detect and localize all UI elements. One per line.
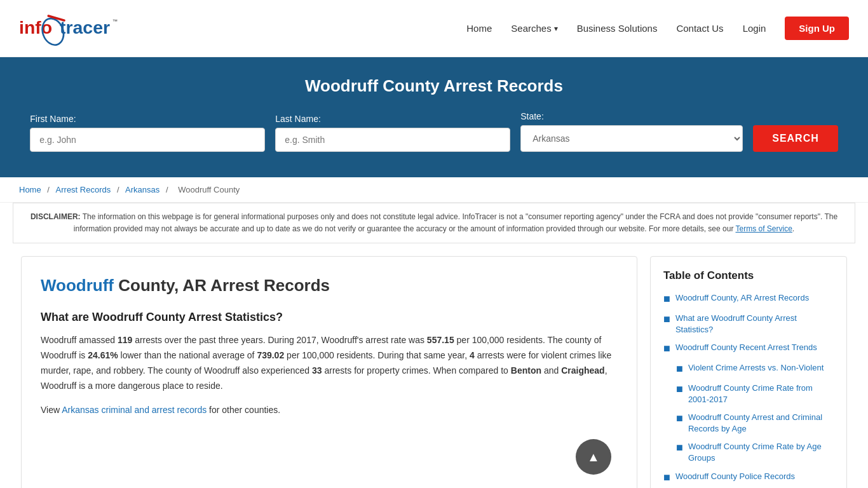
article-paragraph-1: Woodruff amassed 119 arrests over the pa… bbox=[41, 333, 618, 393]
rate2: 739.02 bbox=[257, 350, 284, 360]
arkansas-records-link[interactable]: Arkansas criminal and arrest records bbox=[62, 405, 207, 415]
p1h: and bbox=[541, 365, 561, 376]
disclaimer-bold: DISCLAIMER: bbox=[31, 212, 81, 221]
breadcrumb: Home / Arrest Records / Arkansas / Woodr… bbox=[0, 177, 868, 203]
logo[interactable]: info tracer ™ bbox=[19, 10, 121, 48]
toc-link-2[interactable]: Woodruff County Recent Arrest Trends bbox=[675, 342, 817, 353]
state-group: State: Arkansas bbox=[520, 111, 743, 152]
sidebar: Table of Contents ■Woodruff County, AR A… bbox=[650, 256, 847, 488]
view-link-paragraph: View Arkansas criminal and arrest record… bbox=[41, 403, 618, 418]
toc-link-1[interactable]: What are Woodruff County Arrest Statisti… bbox=[675, 313, 834, 336]
city2: Craighead bbox=[561, 365, 604, 376]
violent-count: 4 bbox=[470, 350, 475, 360]
arrests-count: 119 bbox=[118, 335, 132, 345]
signup-button[interactable]: Sign Up bbox=[785, 17, 849, 40]
toc-bullet: ■ bbox=[663, 313, 670, 327]
toc-item: ■Woodruff County Crime Rate from 2001-20… bbox=[663, 383, 834, 405]
main-layout: Woodruff County, AR Arrest Records What … bbox=[8, 243, 860, 488]
toc-list: ■Woodruff County, AR Arrest Records■What… bbox=[663, 292, 834, 488]
toc-item: ■Woodruff County Crime Rate by Age Group… bbox=[663, 441, 834, 464]
nav-home[interactable]: Home bbox=[466, 23, 492, 34]
toc-item: ■Woodruff County Police Records bbox=[663, 471, 834, 485]
state-label: State: bbox=[520, 111, 544, 121]
view-text: View bbox=[41, 405, 62, 415]
toc-bullet: ■ bbox=[676, 383, 683, 396]
breadcrumb-separator-2: / bbox=[117, 185, 121, 194]
breadcrumb-home[interactable]: Home bbox=[19, 185, 41, 194]
chevron-down-icon: ▾ bbox=[554, 24, 558, 33]
title-rest: County, AR Arrest Records bbox=[114, 276, 330, 295]
disclaimer-text: The information on this webpage is for g… bbox=[74, 212, 837, 233]
nav-business-solutions[interactable]: Business Solutions bbox=[577, 23, 658, 34]
rate1: 557.15 bbox=[427, 335, 454, 345]
logo-image: info tracer ™ bbox=[19, 10, 121, 48]
login-button[interactable]: Login bbox=[743, 23, 766, 34]
scroll-to-top-button[interactable]: ▲ bbox=[576, 439, 611, 475]
state-select[interactable]: Arkansas bbox=[520, 125, 743, 152]
toc-item: ■What are Woodruff County Arrest Statist… bbox=[663, 313, 834, 336]
toc-item: ■Woodruff County, AR Arrest Records bbox=[663, 292, 834, 306]
toc-item: ■Woodruff County Recent Arrest Trends bbox=[663, 342, 834, 356]
view-text2: for other counties. bbox=[207, 405, 280, 415]
header: info tracer ™ Home Searches ▾ Business S… bbox=[0, 0, 868, 57]
article-title: Woodruff County, AR Arrest Records bbox=[41, 276, 618, 295]
first-name-group: First Name: bbox=[30, 114, 265, 152]
disclaimer-end: . bbox=[792, 224, 794, 233]
toc-bullet: ■ bbox=[676, 412, 683, 426]
chevron-up-icon: ▲ bbox=[587, 450, 600, 464]
toc-link-5[interactable]: Woodruff County Arrest and Criminal Reco… bbox=[688, 412, 834, 435]
p1a: Woodruff amassed bbox=[41, 335, 118, 345]
p1g: arrests for property crimes. When compar… bbox=[322, 365, 511, 376]
svg-text:info: info bbox=[19, 17, 52, 37]
toc-bullet: ■ bbox=[676, 362, 683, 376]
search-banner: Woodruff County Arrest Records First Nam… bbox=[0, 57, 868, 177]
search-button[interactable]: SEARCH bbox=[753, 125, 838, 152]
toc-link-3[interactable]: Violent Crime Arrests vs. Non-Violent bbox=[688, 362, 824, 374]
breadcrumb-woodruff-county: Woodruff County bbox=[178, 185, 240, 194]
content-area: Woodruff County, AR Arrest Records What … bbox=[21, 256, 637, 488]
breadcrumb-separator-1: / bbox=[47, 185, 51, 194]
breadcrumb-separator-3: / bbox=[166, 185, 170, 194]
last-name-input[interactable] bbox=[275, 128, 510, 152]
main-nav: Home Searches ▾ Business Solutions Conta… bbox=[466, 17, 849, 40]
city1: Benton bbox=[511, 365, 541, 376]
toc-item: ■Woodruff County Arrest and Criminal Rec… bbox=[663, 412, 834, 435]
nav-contact-us[interactable]: Contact Us bbox=[676, 23, 723, 34]
svg-text:™: ™ bbox=[112, 18, 118, 24]
toc-bullet: ■ bbox=[676, 441, 683, 455]
last-name-label: Last Name: bbox=[275, 114, 321, 124]
toc-link-0[interactable]: Woodruff County, AR Arrest Records bbox=[675, 292, 809, 304]
toc-bullet: ■ bbox=[663, 292, 670, 306]
terms-of-service-link[interactable]: Terms of Service bbox=[736, 224, 792, 233]
p1e: per 100,000 residents. During that same … bbox=[284, 350, 470, 360]
svg-text:tracer: tracer bbox=[60, 17, 110, 37]
nav-searches-label: Searches bbox=[511, 23, 551, 34]
toc-link-7[interactable]: Woodruff County Police Records bbox=[675, 471, 795, 482]
search-form: First Name: Last Name: State: Arkansas S… bbox=[13, 111, 855, 152]
toc-link-4[interactable]: Woodruff County Crime Rate from 2001-201… bbox=[688, 383, 834, 405]
toc-bullet: ■ bbox=[663, 471, 670, 485]
first-name-label: First Name: bbox=[30, 114, 76, 124]
disclaimer-box: DISCLAIMER: The information on this webp… bbox=[13, 203, 855, 243]
toc-item: ■Violent Crime Arrests vs. Non-Violent bbox=[663, 362, 834, 376]
table-of-contents: Table of Contents ■Woodruff County, AR A… bbox=[650, 256, 847, 488]
toc-bullet: ■ bbox=[663, 342, 670, 356]
breadcrumb-arkansas[interactable]: Arkansas bbox=[125, 185, 159, 194]
p1d: lower than the national average of bbox=[118, 350, 257, 360]
toc-link-6[interactable]: Woodruff County Crime Rate by Age Groups bbox=[688, 441, 834, 464]
pct: 24.61% bbox=[88, 350, 118, 360]
first-name-input[interactable] bbox=[30, 128, 265, 152]
toc-title: Table of Contents bbox=[663, 269, 834, 282]
nav-searches[interactable]: Searches ▾ bbox=[511, 23, 557, 34]
breadcrumb-arrest-records[interactable]: Arrest Records bbox=[56, 185, 111, 194]
page-title: Woodruff County Arrest Records bbox=[13, 76, 855, 96]
title-highlight: Woodruff bbox=[41, 276, 114, 295]
p1b: arrests over the past three years. Durin… bbox=[132, 335, 427, 345]
last-name-group: Last Name: bbox=[275, 114, 510, 152]
section1-title: What are Woodruff County Arrest Statisti… bbox=[41, 311, 618, 324]
property-count: 33 bbox=[312, 365, 322, 376]
